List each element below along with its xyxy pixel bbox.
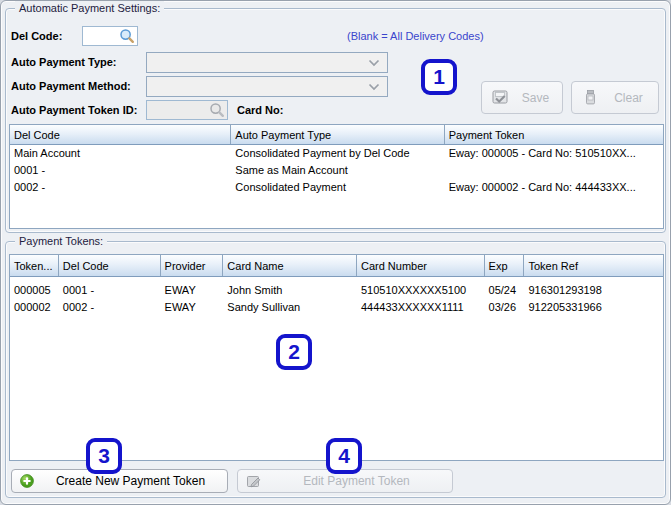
payment-tokens-group-title: Payment Tokens:	[15, 234, 107, 248]
search-icon[interactable]	[119, 28, 135, 44]
cell-card-number: 444433XXXXXX1111	[357, 299, 485, 316]
cell-provider: EWAY	[161, 299, 224, 316]
card-no-label: Card No:	[237, 104, 283, 116]
cell-token-id: 000005	[10, 282, 59, 299]
cell-del-code: Main Account	[10, 145, 231, 162]
del-code-input[interactable]	[82, 26, 138, 46]
green-plus-icon	[20, 474, 34, 488]
eraser-icon	[582, 89, 599, 106]
cell-auto-payment-type: Consolidated Payment	[231, 179, 444, 196]
column-header-payment-token[interactable]: Payment Token	[445, 125, 663, 144]
payment-tokens-grid: Token... Del Code Provider Card Name Car…	[9, 254, 664, 461]
edit-payment-token-label: Edit Payment Token	[261, 474, 452, 488]
annotation-badge-1: 1	[421, 59, 457, 95]
column-header-token-ref[interactable]: Token Ref	[524, 255, 663, 276]
cell-exp: 03/26	[485, 299, 525, 316]
cell-token-ref: 912205331966	[524, 299, 663, 316]
edit-pencil-icon	[246, 474, 261, 489]
cell-card-name: Sandy Sullivan	[223, 299, 357, 316]
auto-payment-type-label: Auto Payment Type:	[11, 56, 117, 68]
column-header-provider[interactable]: Provider	[161, 255, 224, 276]
auto-payment-type-select[interactable]	[146, 52, 388, 73]
column-header-del-code[interactable]: Del Code	[10, 125, 231, 144]
column-header-token-id[interactable]: Token...	[10, 255, 59, 276]
cell-payment-token: Eway: 000005 - Card No: 510510XX...	[445, 145, 663, 162]
auto-payment-method-label: Auto Payment Method:	[11, 80, 131, 92]
cell-exp: 05/24	[485, 282, 525, 299]
search-icon-disabled	[209, 102, 225, 118]
create-new-payment-token-label: Create New Payment Token	[34, 474, 227, 488]
clear-button[interactable]: Clear	[571, 81, 659, 114]
table-row[interactable]: 000005 0001 - EWAY John Smith 510510XXXX…	[10, 282, 663, 299]
settings-group-title: Automatic Payment Settings:	[15, 1, 164, 15]
auto-payment-summary-grid: Del Code Auto Payment Type Payment Token…	[9, 124, 664, 229]
column-header-card-number[interactable]: Card Number	[357, 255, 485, 276]
column-header-auto-payment-type[interactable]: Auto Payment Type	[231, 125, 444, 144]
cell-auto-payment-type: Consolidated Payment by Del Code	[231, 145, 444, 162]
blank-note: (Blank = All Delivery Codes)	[347, 30, 484, 42]
create-new-payment-token-button[interactable]: Create New Payment Token	[11, 469, 228, 493]
cell-del-code: 0001 -	[10, 162, 231, 179]
save-disk-icon	[492, 89, 509, 106]
cell-provider: EWAY	[161, 282, 224, 299]
cell-del-code: 0002 -	[10, 179, 231, 196]
cell-card-number: 510510XXXXXX5100	[357, 282, 485, 299]
annotation-badge-4: 4	[326, 438, 362, 474]
auto-payment-method-select[interactable]	[146, 76, 388, 97]
cell-del-code: 0001 -	[59, 282, 161, 299]
auto-payment-token-id-input[interactable]	[146, 100, 228, 120]
cell-payment-token: Eway: 000002 - Card No: 444433XX...	[445, 179, 663, 196]
del-code-label: Del Code:	[11, 30, 62, 42]
auto-payment-token-id-label: Auto Payment Token ID:	[11, 104, 137, 116]
column-header-del-code[interactable]: Del Code	[59, 255, 161, 276]
cell-token-id: 000002	[10, 299, 59, 316]
table-row[interactable]: 0001 - Same as Main Account	[10, 162, 663, 179]
table-row[interactable]: 0002 - Consolidated Payment Eway: 000002…	[10, 179, 663, 196]
cell-token-ref: 916301293198	[524, 282, 663, 299]
clear-button-label: Clear	[599, 91, 658, 105]
table-row[interactable]: 000002 0002 - EWAY Sandy Sullivan 444433…	[10, 299, 663, 316]
automatic-payment-settings-panel: Automatic Payment Settings: Del Code: (B…	[0, 0, 671, 505]
save-button[interactable]: Save	[481, 81, 563, 114]
column-header-card-name[interactable]: Card Name	[223, 255, 357, 276]
chevron-down-icon	[368, 83, 380, 91]
cell-auto-payment-type: Same as Main Account	[231, 162, 444, 179]
cell-card-name: John Smith	[223, 282, 357, 299]
column-header-exp[interactable]: Exp	[485, 255, 525, 276]
table-row[interactable]: Main Account Consolidated Payment by Del…	[10, 145, 663, 162]
annotation-badge-2: 2	[276, 334, 312, 370]
cell-del-code: 0002 -	[59, 299, 161, 316]
annotation-badge-3: 3	[86, 438, 122, 474]
save-button-label: Save	[509, 91, 562, 105]
cell-payment-token	[445, 162, 663, 179]
chevron-down-icon	[368, 59, 380, 67]
